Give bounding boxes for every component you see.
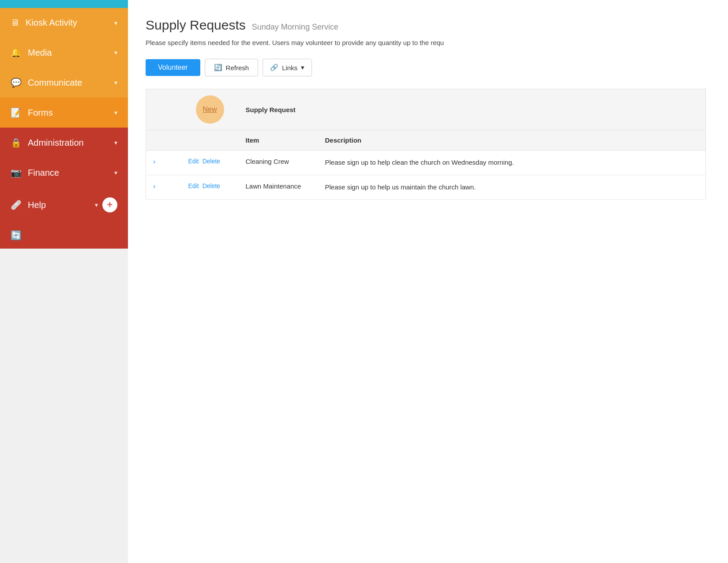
volunteer-button[interactable]: Volunteer (146, 59, 200, 76)
refresh-label: Refresh (226, 64, 249, 72)
sidebar-item-label: Forms (28, 108, 112, 118)
sidebar-item-finance[interactable]: 📷 Finance ▾ (0, 158, 128, 188)
page-subtitle: Sunday Morning Service (252, 23, 338, 32)
edit-delete-cell: Edit Delete (181, 151, 239, 175)
description-cell: Please sign up to help clean the church … (318, 151, 706, 175)
edit-delete-cell: Edit Delete (181, 175, 239, 200)
supply-request-col-header: Supply Request (239, 89, 706, 130)
chevron-down-icon: ▾ (95, 201, 98, 208)
sidebar: 🖥 Kiosk Activity ▾ 🔔 Media ▾ 💬 Communica… (0, 0, 128, 563)
table-body: › Edit Delete Cleaning Crew Please sign … (146, 151, 706, 200)
sidebar-item-help[interactable]: 🩹 Help ▾ + (0, 188, 128, 222)
refresh-button[interactable]: 🔄 Refresh (205, 59, 259, 76)
chevron-down-icon: ▾ (114, 49, 117, 56)
item-cell: Lawn Maintenance (239, 175, 318, 200)
item-cell: Cleaning Crew (239, 151, 318, 175)
kiosk-icon: 🖥 (11, 18, 19, 28)
chevron-down-icon: ▾ (301, 64, 304, 72)
sidebar-item-forms[interactable]: 📝 Forms ▾ (0, 98, 128, 128)
table-row: › Edit Delete Cleaning Crew Please sign … (146, 151, 706, 175)
forms-icon: 📝 (11, 107, 22, 118)
expand-cell: › (146, 175, 181, 200)
new-button[interactable]: New (196, 95, 224, 124)
supply-table: New Supply Request Item Description › Ed… (146, 89, 706, 200)
col-header-edit (181, 130, 239, 151)
add-button[interactable]: + (102, 197, 117, 212)
sidebar-item-partial[interactable]: 🔄 (0, 222, 128, 249)
edit-link[interactable]: Edit (188, 158, 199, 165)
col-header-expand (146, 130, 181, 151)
expand-cell: › (146, 151, 181, 175)
chevron-down-icon: ▾ (114, 139, 117, 146)
col-header-actions (146, 89, 181, 130)
sidebar-item-label: Communicate (28, 78, 112, 88)
column-headers-row: Item Description (146, 130, 706, 151)
sidebar-item-administration[interactable]: 🔒 Administration ▾ (0, 128, 128, 158)
description-cell: Please sign up to help us maintain the c… (318, 175, 706, 200)
expand-button[interactable]: › (153, 182, 155, 190)
sidebar-item-label: Finance (28, 168, 112, 178)
page-title-area: Supply Requests Sunday Morning Service (146, 18, 706, 33)
edit-link[interactable]: Edit (188, 182, 199, 189)
refresh-icon: 🔄 (214, 64, 222, 72)
expand-button[interactable]: › (153, 158, 155, 166)
admin-icon: 🔒 (11, 137, 22, 148)
sidebar-item-label: Media (28, 48, 112, 58)
finance-icon: 📷 (11, 167, 22, 178)
sidebar-item-label: Administration (28, 138, 112, 148)
help-icon: 🩹 (11, 200, 22, 210)
chevron-down-icon: ▾ (114, 79, 117, 86)
links-button[interactable]: 🔗 Links ▾ (263, 59, 312, 76)
table-row: › Edit Delete Lawn Maintenance Please si… (146, 175, 706, 200)
sidebar-top-bar (0, 0, 128, 8)
main-content: Supply Requests Sunday Morning Service P… (128, 0, 728, 563)
chevron-down-icon: ▾ (114, 19, 117, 26)
new-button-cell: New (181, 89, 239, 130)
page-description: Please specify items needed for the even… (146, 39, 534, 46)
link-icon: 🔗 (270, 64, 278, 72)
communicate-icon: 💬 (11, 77, 22, 88)
chevron-down-icon: ▾ (114, 109, 117, 116)
toolbar: Volunteer 🔄 Refresh 🔗 Links ▾ (146, 59, 706, 76)
supply-request-header-row: New Supply Request (146, 89, 706, 130)
media-icon: 🔔 (11, 47, 22, 58)
delete-link[interactable]: Delete (203, 158, 220, 165)
col-header-item: Item (239, 130, 318, 151)
sidebar-item-kiosk-activity[interactable]: 🖥 Kiosk Activity ▾ (0, 8, 128, 38)
sidebar-item-label: Help (28, 200, 92, 210)
page-title: Supply Requests (146, 18, 246, 33)
sidebar-item-media[interactable]: 🔔 Media ▾ (0, 38, 128, 68)
sidebar-item-label: Kiosk Activity (26, 18, 112, 28)
col-header-description: Description (318, 130, 706, 151)
delete-link[interactable]: Delete (203, 182, 220, 189)
partial-icon: 🔄 (11, 230, 22, 241)
sidebar-item-communicate[interactable]: 💬 Communicate ▾ (0, 68, 128, 98)
chevron-down-icon: ▾ (114, 169, 117, 176)
links-label: Links (282, 64, 297, 72)
